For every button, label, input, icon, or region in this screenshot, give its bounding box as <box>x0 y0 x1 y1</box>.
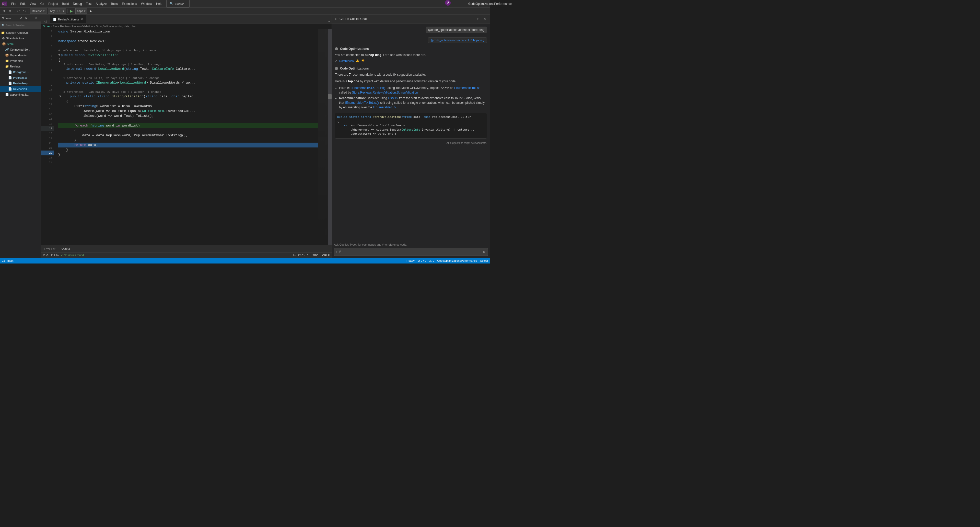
tree-item-properties[interactable]: 📁 Properties <box>0 58 41 64</box>
window-title: CodeOptimizationsPerformance <box>468 2 490 6</box>
code-ref-9: 1 reference | Jan Kalis, 22 days ago | 1… <box>58 76 318 80</box>
status-warnings[interactable]: ⚠ 0 <box>429 259 434 263</box>
toolbar-forward-btn[interactable]: ⊙ <box>7 8 13 14</box>
menu-build[interactable]: Build <box>60 0 71 8</box>
panel-sync-btn[interactable]: ⇄ <box>19 16 23 21</box>
menu-view[interactable]: View <box>28 0 38 8</box>
menu-tools[interactable]: Tools <box>108 0 120 8</box>
tree-item-program[interactable]: 📄 Program.cs <box>0 75 41 81</box>
panel-close-btn[interactable]: ✕ <box>34 16 38 21</box>
tree-item-github-actions[interactable]: ⚙ GitHub Actions <box>0 35 41 41</box>
tab-output[interactable]: Output <box>59 245 73 253</box>
appsettings-icon: 📄 <box>5 93 9 96</box>
platform-dropdown[interactable]: Any CPU ▾ <box>48 8 66 14</box>
scrollbar-thumb[interactable] <box>328 94 332 99</box>
issue-link-3[interactable]: Store.Reviews.ReviewValidation.StringVal… <box>352 91 418 94</box>
copilot-status-dot-2 <box>335 67 338 70</box>
vs-logo-icon: VS <box>2 1 7 6</box>
tree-item-reviews[interactable]: 📁 Reviews <box>0 64 41 69</box>
breadcrumb-method[interactable]: StringValidation(string data, cha... <box>96 25 138 28</box>
tree-item-store[interactable]: 📦 Store <box>0 41 41 47</box>
menu-test[interactable]: Test <box>84 0 94 8</box>
gutter-line-23: 19 <box>41 136 54 141</box>
status-errors[interactable]: ⊘ 0 / 0 <box>418 259 426 263</box>
search-button[interactable]: 🔍 Search <box>166 0 189 8</box>
tree-item-reviewvalidation[interactable]: 📄 ReviewVali... <box>0 86 41 92</box>
menu-git[interactable]: Git <box>38 0 46 8</box>
menu-help[interactable]: Help <box>154 0 164 8</box>
refs-label[interactable]: References <box>339 59 353 63</box>
svg-text:VS: VS <box>3 3 6 5</box>
tree-item-connected[interactable]: 🔗 Connected Se... <box>0 47 41 53</box>
issue-link-2[interactable]: Enumerable.ToList <box>454 86 479 90</box>
menu-extensions[interactable]: Extensions <box>120 0 139 8</box>
toolbar-undo-btn[interactable]: ↩ <box>16 8 21 14</box>
issue-link-1[interactable]: IEnumerable<T>.ToList() <box>352 86 385 90</box>
code-line-14: .Where(word => culture.Equals(CultureInf… <box>58 108 318 113</box>
menu-analyze[interactable]: Analyze <box>94 0 109 8</box>
editor-scrollbar[interactable] <box>328 29 332 245</box>
solution-search-input[interactable] <box>6 24 41 27</box>
user-avatar-icon[interactable]: U <box>445 0 451 6</box>
status-select[interactable]: Select <box>480 259 488 262</box>
refs-vote-down[interactable]: 👎 <box>361 59 365 63</box>
breadcrumb-store[interactable]: Store <box>43 25 49 28</box>
tree-label-appsettings: appsettings.js... <box>10 93 29 96</box>
copilot-send-btn[interactable]: ▶ <box>483 250 486 254</box>
gutter-line-27: 23 <box>41 155 54 160</box>
code-line-20: } <box>58 138 318 143</box>
copilot-close-btn[interactable]: ✕ <box>482 17 487 21</box>
copilot-hash-btn[interactable]: # <box>339 250 341 253</box>
menu-window[interactable]: Window <box>139 0 154 8</box>
minimize-button[interactable]: ─ <box>453 0 465 8</box>
code-editor[interactable]: 1 2 3 4 5 6 7 8 9 10 11 12 13 <box>41 29 332 245</box>
recommendation-link-2[interactable]: IEnumerable<T>.ToList() <box>345 101 379 105</box>
toolbar-sep-1 <box>14 9 14 13</box>
refs-vote-up[interactable]: 👍 <box>356 59 359 63</box>
tree-item-reviewhelper[interactable]: 📄 ReviewHelp... <box>0 81 41 86</box>
menu-debug[interactable]: Debug <box>71 0 84 8</box>
suggested-command[interactable]: @code_optimizations /connect eShop-diag <box>428 37 487 43</box>
editor-tab-reviewvalidation[interactable]: 📄 ReviewV...tion.cs ✕ <box>50 15 86 23</box>
tree-item-appsettings[interactable]: 📄 appsettings.js... <box>0 92 41 97</box>
copilot-minimize-btn[interactable]: ─ <box>469 17 474 21</box>
tab-scroll-right[interactable]: ▼ <box>326 20 332 23</box>
toolbar-run-btn[interactable]: ▶ <box>88 8 94 14</box>
tab-pin-btn[interactable]: ◁ <box>41 20 50 23</box>
recommendation-link-3[interactable]: IEnumerable<T> <box>373 105 396 109</box>
copilot-slash-btn[interactable]: / <box>336 250 337 253</box>
url-dropdown[interactable]: https ▾ <box>75 8 88 14</box>
code-line-2 <box>58 34 318 39</box>
menu-file[interactable]: File <box>9 0 18 8</box>
gutter-line-5 <box>41 49 54 53</box>
solution-search-box[interactable]: 🔍 <box>0 22 41 29</box>
tree-label-dependencies: Dependencie... <box>10 54 29 57</box>
recommendation-link-1[interactable]: List<T> <box>388 96 398 100</box>
bot-message-1-title: Code Optimizations <box>340 47 369 51</box>
status-branch[interactable]: main <box>7 259 14 262</box>
run-button[interactable]: ▶ <box>69 8 74 14</box>
gutter-line-18: 14 <box>41 112 54 116</box>
tab-error-list[interactable]: Error List <box>41 245 59 253</box>
copilot-popout-btn[interactable]: ⊡ <box>476 17 480 21</box>
tree-item-background[interactable]: 📄 Backgroun... <box>0 69 41 75</box>
toolbar-redo-btn[interactable]: ↪ <box>22 8 27 14</box>
gutter-line-13: 10 <box>41 88 54 92</box>
toolbar-back-btn[interactable]: ⊙ <box>1 8 6 14</box>
gutter-line-24: 20 <box>41 141 54 146</box>
panel-refresh-btn[interactable]: ↻ <box>24 16 29 21</box>
menu-edit[interactable]: Edit <box>18 0 28 8</box>
panel-collapse-btn[interactable]: − <box>29 16 33 21</box>
user-message: @code_optimizations /connect store-diag <box>426 27 487 33</box>
menu-project[interactable]: Project <box>46 0 60 8</box>
copilot-text-input[interactable] <box>343 250 481 253</box>
breadcrumb-sep-2: › <box>94 25 95 28</box>
tree-item-solution[interactable]: 📁 Solution 'CodeOp... <box>0 30 41 35</box>
tree-label-reviewvalidation: ReviewVali... <box>13 88 29 91</box>
config-dropdown[interactable]: Release ▾ <box>30 8 46 14</box>
solution-icon: 📁 <box>1 31 5 35</box>
code-lines[interactable]: using System.Globalization; namespace St… <box>56 29 318 245</box>
copilot-input-bar[interactable]: / # ▶ <box>334 248 488 256</box>
tree-item-dependencies[interactable]: 📦 Dependencie... <box>0 53 41 58</box>
breadcrumb-namespace[interactable]: Store.Reviews.ReviewValidation <box>52 25 93 28</box>
